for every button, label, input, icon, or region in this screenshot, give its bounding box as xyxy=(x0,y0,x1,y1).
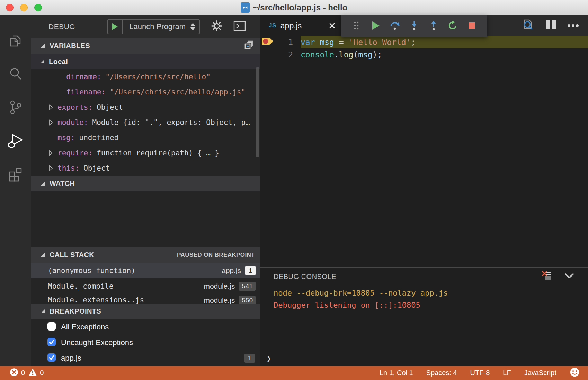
variable-name: exports: xyxy=(57,103,92,111)
variable-row[interactable]: require:function require(path) { … } xyxy=(31,145,260,161)
activity-search[interactable] xyxy=(0,58,31,91)
gear-icon xyxy=(211,20,223,34)
code-line[interactable]: 1var msg = 'Hello World'; xyxy=(260,36,588,48)
line-code: var msg = 'Hello World'; xyxy=(301,36,588,48)
start-debug-icon[interactable] xyxy=(108,20,123,34)
activity-explorer[interactable] xyxy=(0,25,31,58)
checkbox-checked[interactable] xyxy=(47,353,56,363)
debug-icon xyxy=(7,132,25,151)
breakpoint-slot[interactable] xyxy=(260,37,275,47)
activity-debug[interactable] xyxy=(0,125,31,158)
grip-icon xyxy=(353,21,359,32)
continue-button[interactable] xyxy=(366,15,385,37)
editor-gutter[interactable]: 1 xyxy=(260,36,301,48)
variable-row[interactable]: this:Object xyxy=(31,161,260,176)
restart-button[interactable] xyxy=(443,15,463,37)
code-token: ); xyxy=(373,50,382,59)
zoom-window-button[interactable] xyxy=(34,4,42,11)
errors-indicator[interactable]: 0 xyxy=(10,368,25,378)
toolbar-drag-handle[interactable] xyxy=(347,15,366,37)
code-line[interactable]: 2console.log(msg); xyxy=(260,48,588,61)
breakpoint-row[interactable]: app.js1 xyxy=(31,350,260,366)
close-window-button[interactable] xyxy=(6,4,14,11)
call-stack-section-header[interactable]: CALL STACK PAUSED ON BREAKPOINT xyxy=(31,247,260,263)
watch-section-header[interactable]: WATCH xyxy=(31,176,260,191)
expand-arrow-icon xyxy=(48,119,53,126)
variable-value: function require(path) { … } xyxy=(97,149,219,157)
variable-row[interactable]: __filename:"/Users/chris/src/hello/app.j… xyxy=(31,84,260,100)
collapse-all-icon xyxy=(244,40,255,52)
variable-row[interactable]: __dirname:"/Users/chris/src/hello" xyxy=(31,69,260,84)
console-line: node --debug-brk=10805 --nolazy app.js xyxy=(274,287,588,299)
debug-configuration-dropdown[interactable]: Launch Program xyxy=(107,19,200,34)
step-into-button[interactable] xyxy=(404,15,424,37)
search-icon xyxy=(7,66,24,84)
frame-file: module.js xyxy=(204,282,235,290)
call-stack-frame[interactable]: Module._compilemodule.js541 xyxy=(31,278,260,294)
step-over-icon xyxy=(390,20,400,32)
language-mode[interactable]: JavaScript xyxy=(524,369,556,377)
open-debug-console-button[interactable] xyxy=(233,21,246,33)
js-language-icon: JS xyxy=(269,22,276,29)
collapse-triangle-icon xyxy=(41,60,44,63)
sidebar-title: DEBUG xyxy=(48,22,75,31)
warnings-indicator[interactable]: 0 xyxy=(28,368,44,378)
code-editor[interactable]: 1var msg = 'Hello World';2console.log(ms… xyxy=(260,36,588,267)
variable-row[interactable]: module:Module {id: ".", exports: Object,… xyxy=(31,115,260,130)
more-actions-button[interactable] xyxy=(567,22,579,29)
editor-area: JS app.js xyxy=(260,15,588,366)
frame-line-badge: 1 xyxy=(245,266,256,275)
variables-section-header[interactable]: VARIABLES xyxy=(31,38,260,54)
eol-sequence[interactable]: LF xyxy=(503,369,511,377)
encoding[interactable]: UTF-8 xyxy=(470,369,490,377)
restart-icon xyxy=(447,20,458,32)
activity-extensions[interactable] xyxy=(0,158,31,191)
collapse-all-button[interactable] xyxy=(244,40,255,52)
editor-gutter[interactable]: 2 xyxy=(260,48,301,61)
checkbox-checked[interactable] xyxy=(47,337,56,348)
files-icon xyxy=(7,33,24,51)
sidebar-scrollbar[interactable] xyxy=(256,67,259,157)
minimize-window-button[interactable] xyxy=(20,4,28,11)
step-out-button[interactable] xyxy=(424,15,443,37)
call-stack-frame[interactable]: (anonymous function)app.js1 xyxy=(31,263,260,278)
indentation[interactable]: Spaces: 4 xyxy=(426,369,457,377)
close-tab-button[interactable] xyxy=(329,22,335,29)
breakpoint-row[interactable]: Uncaught Exceptions xyxy=(31,335,260,350)
feedback-smiley-button[interactable] xyxy=(570,367,580,379)
clear-console-button[interactable] xyxy=(542,271,553,282)
checkbox-unchecked[interactable] xyxy=(47,322,56,332)
breakpoint-row[interactable]: All Exceptions xyxy=(31,319,260,335)
step-over-button[interactable] xyxy=(385,15,404,37)
variable-name: this: xyxy=(57,164,79,172)
panel-header: DEBUG CONSOLE xyxy=(260,268,588,286)
vscode-window: ~/src/hello/app.js - hello DEBU xyxy=(0,0,588,380)
tab-app-js[interactable]: JS app.js xyxy=(260,15,341,36)
breakpoint-label: app.js xyxy=(61,354,81,363)
variable-row[interactable]: exports:Object xyxy=(31,100,260,115)
code-token: console xyxy=(301,50,334,59)
collapse-triangle-icon xyxy=(41,182,45,186)
open-file-search-button[interactable] xyxy=(521,18,535,33)
sidebar-header: DEBUG Launch Program xyxy=(31,15,260,38)
split-editor-button[interactable] xyxy=(545,20,557,31)
variable-row[interactable]: msg:undefined xyxy=(31,130,260,145)
breakpoints-section-header[interactable]: BREAKPOINTS xyxy=(31,304,260,319)
collapse-panel-button[interactable] xyxy=(564,273,574,280)
variables-title: VARIABLES xyxy=(50,42,90,50)
cursor-position[interactable]: Ln 1, Col 1 xyxy=(380,369,413,377)
frame-name: (anonymous function) xyxy=(48,266,135,275)
variable-name: __dirname: xyxy=(57,73,101,81)
paused-breakpoint-icon[interactable] xyxy=(261,37,274,47)
console-input[interactable]: ❯ xyxy=(260,351,588,366)
call-stack-frame[interactable]: Module._extensions..jsmodule.js550 xyxy=(31,294,260,304)
watch-title: WATCH xyxy=(50,180,75,188)
code-token: . xyxy=(334,50,339,59)
paused-status-badge: PAUSED ON BREAKPOINT xyxy=(177,252,255,259)
activity-source-control[interactable] xyxy=(0,91,31,125)
debug-settings-button[interactable] xyxy=(211,20,223,34)
variable-name: module: xyxy=(57,118,88,127)
scope-local-row[interactable]: Local xyxy=(31,54,260,69)
stop-button[interactable] xyxy=(462,15,482,37)
code-token: 'Hello World' xyxy=(349,38,411,47)
